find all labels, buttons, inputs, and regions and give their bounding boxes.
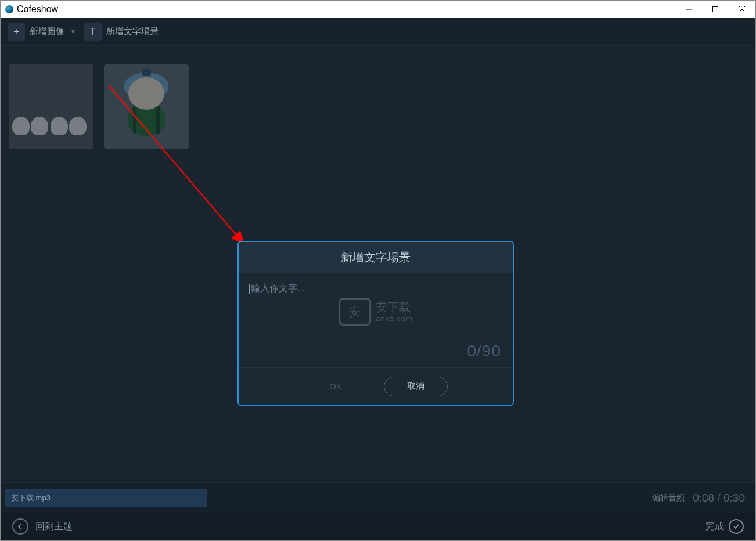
dialog-buttons: OK 取消	[239, 367, 513, 405]
maximize-button[interactable]	[702, 1, 729, 18]
footer: 回到主题 完成	[1, 513, 755, 540]
titlebar: Cofeshow	[1, 1, 755, 18]
thumbnail-1[interactable]	[9, 64, 93, 149]
audio-total-time: 0:30	[723, 492, 745, 504]
add-text-scene-dialog: 新增文字場景 輸入你文字... 安 安下载 anxz.com 0/90 OK 取…	[237, 241, 514, 406]
watermark-sub: anxz.com	[376, 314, 413, 323]
add-text-scene-label: 新增文字場景	[106, 26, 159, 37]
done-label: 完成	[705, 521, 724, 533]
watermark: 安 安下载 anxz.com	[339, 298, 413, 326]
app-window: Cofeshow ＋ 新增圖像 ▼ T 新增文字場景	[0, 0, 756, 541]
back-button[interactable]: 回到主题	[12, 518, 73, 535]
arrow-left-icon	[12, 518, 28, 535]
back-label: 回到主题	[35, 521, 73, 533]
dim-overlay	[104, 64, 189, 149]
window-title: Cofeshow	[17, 4, 58, 15]
watermark-icon: 安	[339, 298, 371, 326]
plus-icon: ＋	[8, 23, 25, 41]
toolbar: ＋ 新增圖像 ▼ T 新增文字場景	[1, 18, 755, 46]
close-button[interactable]	[729, 1, 755, 18]
thumbnail-2[interactable]	[104, 64, 189, 149]
ok-button[interactable]: OK	[304, 377, 368, 396]
check-icon	[729, 519, 744, 534]
svg-rect-1	[713, 7, 718, 12]
content-area: 新增文字場景 輸入你文字... 安 安下载 anxz.com 0/90 OK 取…	[1, 46, 755, 482]
text-input-placeholder: 輸入你文字...	[251, 283, 305, 293]
minimize-button[interactable]	[675, 1, 702, 18]
maximize-icon	[712, 6, 718, 12]
add-image-label: 新增圖像	[30, 26, 64, 37]
minimize-icon	[686, 6, 692, 12]
dim-overlay	[9, 64, 93, 149]
cancel-button[interactable]: 取消	[384, 377, 448, 396]
close-icon	[739, 6, 745, 12]
audio-current-time: 0:08	[693, 492, 714, 504]
add-image-group[interactable]: ＋ 新增圖像 ▼	[8, 23, 76, 41]
add-text-scene-group[interactable]: T 新增文字場景	[84, 23, 159, 41]
edit-audio-button[interactable]: 编辑音频	[652, 493, 685, 503]
audio-bar: 安下载.mp3 编辑音频 0:08 / 0:30	[1, 482, 755, 513]
audio-track[interactable]: 安下载.mp3	[5, 489, 207, 507]
dialog-title: 新增文字場景	[239, 242, 513, 273]
audio-file-name: 安下载.mp3	[11, 493, 51, 503]
thumbnail-strip	[1, 46, 755, 149]
done-button[interactable]: 完成	[705, 519, 744, 534]
text-icon: T	[84, 23, 102, 41]
watermark-text: 安下载	[376, 300, 413, 314]
char-counter: 0/90	[467, 342, 502, 360]
app-icon	[5, 5, 13, 13]
window-controls	[675, 1, 755, 18]
chevron-down-icon[interactable]: ▼	[70, 28, 76, 35]
text-input[interactable]: 輸入你文字...	[249, 283, 502, 295]
dialog-body: 輸入你文字... 安 安下载 anxz.com 0/90	[239, 273, 513, 367]
audio-time: 0:08 / 0:30	[693, 492, 745, 504]
